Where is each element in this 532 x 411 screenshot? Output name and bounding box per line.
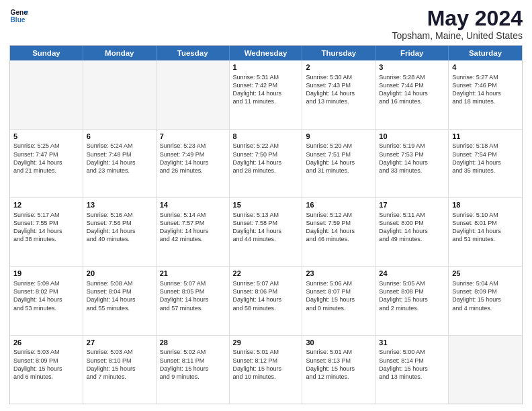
day-number: 9 — [306, 132, 371, 142]
day-number: 4 — [452, 62, 519, 73]
cell-info-line: Sunrise: 5:06 AM — [306, 279, 371, 287]
cell-info-line: Sunrise: 5:12 AM — [306, 211, 371, 219]
cell-info-line: Daylight: 15 hours — [13, 365, 79, 373]
cell-info-line: Daylight: 14 hours — [379, 227, 445, 235]
cell-info-line: Sunset: 7:54 PM — [452, 150, 519, 158]
cell-info-line: Daylight: 14 hours — [160, 158, 226, 167]
cal-day-8: 8Sunrise: 5:22 AMSunset: 7:50 PMDaylight… — [230, 130, 303, 197]
cell-info-line: Daylight: 15 hours — [306, 365, 371, 373]
cal-day-6: 6Sunrise: 5:24 AMSunset: 7:48 PMDaylight… — [83, 130, 157, 197]
cell-info-line: Sunrise: 5:31 AM — [233, 73, 299, 81]
day-number: 17 — [379, 200, 445, 210]
cell-info-line: Sunrise: 5:10 AM — [452, 211, 519, 219]
cell-info-line: and 7 minutes. — [87, 373, 152, 381]
cal-day-16: 16Sunrise: 5:12 AMSunset: 7:59 PMDayligh… — [302, 198, 375, 266]
cell-info-line: Daylight: 14 hours — [13, 158, 79, 167]
cell-info-line: Daylight: 14 hours — [306, 158, 371, 167]
cell-info-line: Daylight: 14 hours — [306, 227, 371, 235]
cell-info-line: Sunrise: 5:24 AM — [87, 142, 152, 150]
cell-info-line: Daylight: 14 hours — [13, 295, 79, 304]
cal-day-25: 25Sunrise: 5:04 AMSunset: 8:09 PMDayligh… — [449, 267, 522, 334]
cell-info-line: Daylight: 14 hours — [379, 158, 445, 167]
day-number: 28 — [160, 338, 226, 348]
header-day-friday: Friday — [375, 46, 449, 60]
cell-info-line: Daylight: 15 hours — [160, 365, 226, 373]
cell-info-line: Daylight: 14 hours — [87, 227, 152, 235]
cell-info-line: Sunrise: 5:28 AM — [379, 73, 445, 81]
cal-day-22: 22Sunrise: 5:07 AMSunset: 8:06 PMDayligh… — [230, 267, 303, 334]
cell-info-line: Daylight: 14 hours — [87, 295, 152, 304]
cell-info-line: Daylight: 14 hours — [160, 227, 226, 235]
day-number: 22 — [233, 269, 299, 279]
cell-info-line: Daylight: 14 hours — [452, 158, 519, 167]
cell-info-line: and 11 minutes. — [233, 97, 299, 105]
cell-info-line: Daylight: 15 hours — [306, 295, 371, 304]
cell-info-line: Daylight: 15 hours — [87, 365, 152, 373]
day-number: 12 — [13, 200, 79, 210]
cell-info-line: Sunrise: 5:23 AM — [160, 142, 226, 150]
cell-info-line: Sunrise: 5:07 AM — [233, 279, 299, 287]
cell-info-line: Sunset: 8:00 PM — [379, 219, 445, 227]
day-number: 8 — [233, 132, 299, 142]
day-number: 5 — [13, 132, 79, 142]
header-day-thursday: Thursday — [302, 46, 375, 60]
day-number: 14 — [160, 200, 226, 210]
day-number: 19 — [13, 269, 79, 279]
cell-info-line: Sunrise: 5:27 AM — [452, 73, 519, 81]
cell-info-line: Sunrise: 5:01 AM — [233, 348, 299, 356]
cell-info-line: Sunrise: 5:19 AM — [379, 142, 445, 150]
cell-info-line: Sunrise: 5:09 AM — [13, 279, 79, 287]
cell-info-line: Sunrise: 5:30 AM — [306, 73, 371, 81]
cell-info-line: Sunset: 7:50 PM — [233, 150, 299, 158]
cell-info-line: and 55 minutes. — [87, 304, 152, 312]
cal-day-empty — [157, 60, 230, 128]
cell-info-line: Daylight: 14 hours — [233, 295, 299, 304]
day-number: 27 — [87, 338, 152, 348]
cell-info-line: Sunset: 8:09 PM — [452, 287, 519, 295]
cal-week-3: 12Sunrise: 5:17 AMSunset: 7:55 PMDayligh… — [10, 198, 522, 267]
cell-info-line: and 9 minutes. — [160, 373, 226, 381]
cell-info-line: and 4 minutes. — [452, 304, 519, 312]
cal-week-4: 19Sunrise: 5:09 AMSunset: 8:02 PMDayligh… — [10, 267, 522, 335]
cal-day-19: 19Sunrise: 5:09 AMSunset: 8:02 PMDayligh… — [10, 267, 83, 334]
cell-info-line: Sunrise: 5:13 AM — [233, 211, 299, 219]
cell-info-line: Sunset: 8:05 PM — [160, 287, 226, 295]
cal-day-11: 11Sunrise: 5:18 AMSunset: 7:54 PMDayligh… — [449, 130, 522, 197]
cal-week-2: 5Sunrise: 5:25 AMSunset: 7:47 PMDaylight… — [10, 130, 522, 198]
cell-info-line: and 13 minutes. — [306, 97, 371, 105]
cal-day-15: 15Sunrise: 5:13 AMSunset: 7:58 PMDayligh… — [230, 198, 303, 266]
cell-info-line: Sunset: 8:01 PM — [452, 219, 519, 227]
cell-info-line: Sunset: 7:51 PM — [306, 150, 371, 158]
day-number: 25 — [452, 269, 519, 279]
cell-info-line: Sunset: 7:56 PM — [87, 219, 152, 227]
cell-info-line: Sunrise: 5:00 AM — [379, 348, 445, 356]
cell-info-line: and 21 minutes. — [13, 167, 79, 175]
cell-info-line: Daylight: 14 hours — [87, 158, 152, 167]
cell-info-line: Sunset: 8:02 PM — [13, 287, 79, 295]
cal-day-14: 14Sunrise: 5:14 AMSunset: 7:57 PMDayligh… — [157, 198, 230, 266]
day-number: 21 — [160, 269, 226, 279]
title-block: May 2024 Topsham, Maine, United States — [392, 7, 523, 41]
cell-info-line: Sunset: 8:13 PM — [306, 357, 371, 365]
cell-info-line: and 40 minutes. — [87, 235, 152, 243]
cell-info-line: Sunrise: 5:04 AM — [452, 279, 519, 287]
cal-day-17: 17Sunrise: 5:11 AMSunset: 8:00 PMDayligh… — [375, 198, 449, 266]
day-number: 20 — [87, 269, 152, 279]
subtitle: Topsham, Maine, United States — [392, 30, 523, 41]
cell-info-line: Sunrise: 5:11 AM — [379, 211, 445, 219]
cell-info-line: Sunrise: 5:14 AM — [160, 211, 226, 219]
cell-info-line: Sunset: 7:43 PM — [306, 81, 371, 89]
cell-info-line: Daylight: 15 hours — [379, 365, 445, 373]
cell-info-line: Daylight: 15 hours — [233, 365, 299, 373]
cell-info-line: and 42 minutes. — [160, 235, 226, 243]
cell-info-line: and 53 minutes. — [13, 304, 79, 312]
cell-info-line: Sunrise: 5:03 AM — [87, 348, 152, 356]
header-day-tuesday: Tuesday — [157, 46, 230, 60]
cell-info-line: Daylight: 15 hours — [379, 295, 445, 304]
cell-info-line: and 49 minutes. — [379, 235, 445, 243]
cal-day-9: 9Sunrise: 5:20 AMSunset: 7:51 PMDaylight… — [302, 130, 375, 197]
cell-info-line: Sunrise: 5:16 AM — [87, 211, 152, 219]
cal-day-4: 4Sunrise: 5:27 AMSunset: 7:46 PMDaylight… — [449, 60, 522, 128]
cell-info-line: Sunset: 8:12 PM — [233, 357, 299, 365]
cal-day-18: 18Sunrise: 5:10 AMSunset: 8:01 PMDayligh… — [449, 198, 522, 266]
